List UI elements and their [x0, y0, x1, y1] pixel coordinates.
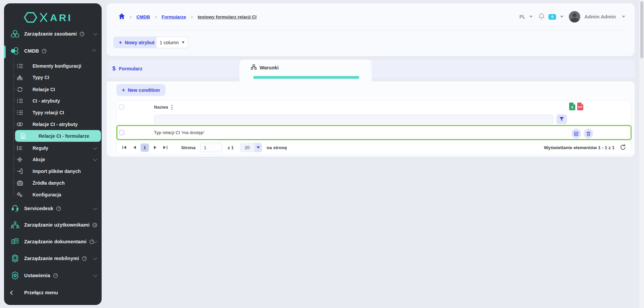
sidebar-item-label: Ustawienia [24, 273, 50, 278]
column-menu-icon[interactable] [169, 104, 174, 111]
next-page-button[interactable] [151, 143, 159, 151]
sidebar-item-relacje-ci-atrybuty[interactable]: Relacje CI - atrybuty [4, 119, 102, 130]
refresh-icon[interactable] [620, 144, 626, 151]
new-condition-label: New condition [128, 87, 160, 93]
breadcrumb-separator-icon: › [130, 14, 131, 19]
list-icon [16, 99, 23, 103]
sidebar-item-ustawienia[interactable]: Ustawienia [4, 270, 102, 281]
tab-formularz[interactable]: $ Formularz [107, 60, 239, 78]
chevron-down-icon[interactable] [529, 16, 533, 18]
grid-pager: 1 Strona z 1 20 na stronę Wyświetlanie e… [116, 140, 631, 155]
chevron-down-icon [93, 273, 97, 277]
table-row-highlighted[interactable]: Typ relacji CI 'ma dostęp' [116, 125, 632, 140]
new-condition-button[interactable]: + New condition [116, 84, 165, 96]
pdf-export-icon[interactable]: PDF [577, 103, 583, 112]
sidebar-item-label: Zarządzanie użytkownikami [24, 222, 90, 228]
chevron-down-icon [93, 256, 97, 260]
sidebar-item-label: Import plików danych [33, 169, 81, 174]
sidebar-item-ci-atrybuty[interactable]: CI - atrybuty [4, 95, 102, 107]
language-selector[interactable]: PL [519, 14, 525, 19]
dollar-icon: $ [112, 65, 115, 72]
previous-page-button[interactable] [130, 143, 139, 151]
sidebar-item-typy-relacji-ci[interactable]: Typy relacji CI [4, 107, 102, 118]
settings-gear-icon [10, 271, 20, 280]
new-attribute-label: Nowy atrybut [125, 40, 155, 45]
columns-select[interactable]: 1 column [156, 37, 188, 48]
sidebar-item-konfiguracja[interactable]: Konfiguracja [4, 189, 102, 200]
breadcrumb-link-formularze[interactable]: Formularze [162, 14, 186, 19]
sidebar-item-zarzadzanie-dokumentami[interactable]: Zarządzanie dokumentami [4, 236, 102, 247]
chevron-up-icon [92, 49, 96, 53]
last-page-button[interactable] [161, 143, 169, 151]
sidebar-item-label: Zarządzanie mobilnymi [24, 256, 79, 261]
content-card: + New condition Nazwa X PDF Typ relacji … [107, 81, 635, 157]
sidebar-item-relacje-ci[interactable]: Relacje CI [4, 84, 102, 95]
home-icon[interactable] [119, 13, 125, 20]
sidebar-item-zarzadzanie-uzytkownikami[interactable]: Zarządzanie użytkownikami [4, 219, 102, 231]
chevron-down-icon[interactable] [560, 16, 564, 18]
vertical-scrollbar[interactable] [639, 0, 644, 308]
sidebar-item-import-plikow-danych[interactable]: Import plików danych [4, 166, 102, 177]
scrollbar-thumb[interactable] [640, 1, 643, 58]
gauge-icon [53, 273, 58, 278]
bell-icon[interactable] [539, 13, 544, 21]
header-divider [116, 30, 625, 30]
excel-export-icon[interactable]: X [569, 103, 575, 112]
tabstrip: $ Formularz Warunki [107, 60, 635, 78]
sidebar-item-label: Elementy konfiguracji [33, 63, 81, 69]
topbar-right: PL 0 Admin Admin [519, 3, 625, 30]
notification-count-badge[interactable]: 0 [548, 14, 556, 20]
sidebar-item-label: Relacje CI [33, 87, 55, 92]
cmdb-hexagons-icon [10, 47, 20, 55]
select-all-checkbox[interactable] [119, 105, 124, 110]
first-page-button[interactable] [120, 143, 128, 151]
sync-arrows-icon [16, 87, 23, 92]
page-size-select[interactable]: 20 [240, 143, 262, 152]
avatar[interactable] [569, 11, 580, 22]
collapse-menu-button[interactable]: Przełącz menu [4, 287, 102, 298]
per-page-label: na stronę [267, 145, 287, 150]
breadcrumb-current: testowy formularz relacji CI [198, 14, 257, 19]
sidebar-item-zarzadzanie-mobilnymi[interactable]: Zarządzanie mobilnymi [4, 253, 102, 264]
plus-icon: + [119, 40, 122, 45]
assets-hexagons-icon [10, 30, 20, 38]
sidebar-item-cmdb[interactable]: CMDB [4, 45, 102, 57]
breadcrumb-link-cmdb[interactable]: CMDB [137, 14, 150, 19]
sidebar-item-zrodla-danych[interactable]: Źródła danych [4, 177, 102, 189]
collapse-menu-label: Przełącz menu [24, 290, 58, 295]
page-size-value: 20 [240, 145, 255, 150]
sidebar-item-elementy-konfiguracji[interactable]: Elementy konfiguracji [4, 60, 102, 72]
chevron-down-icon[interactable] [622, 16, 625, 18]
svg-text:PDF: PDF [578, 106, 583, 108]
sidebar-item-reguly[interactable]: Reguły [4, 142, 102, 154]
chevron-left-icon [10, 291, 14, 295]
sidebar-item-typy-ci[interactable]: Typy CI [4, 72, 102, 83]
sidebar-item-akcje[interactable]: Akcje [4, 154, 102, 165]
sidebar-item-label: Konfiguracja [33, 192, 61, 197]
page-of-label: z 1 [228, 145, 234, 150]
chevron-down-icon [182, 42, 184, 43]
sidebar-item-relacje-ci-formularze-selected[interactable]: Relacje CI - formularze [15, 130, 101, 142]
gauge-icon [82, 256, 87, 261]
nazwa-filter-input[interactable] [154, 115, 553, 124]
current-page-button[interactable]: 1 [141, 143, 149, 152]
pager-info: Wyświetlanie elementów 1 - 1 z 1 [544, 145, 614, 150]
sidebar-item-label: Akcje [33, 157, 45, 162]
svg-text:X: X [571, 106, 574, 109]
tab-warunki-active[interactable]: Warunki [239, 60, 372, 81]
sidebar-item-label: CI - atrybuty [33, 98, 60, 104]
oxari-logo: ARI [4, 11, 102, 25]
sidebar-item-servicedesk[interactable]: Servicedesk [4, 203, 102, 214]
new-attribute-button[interactable]: + Nowy atrybut [113, 37, 160, 48]
filter-button[interactable] [556, 114, 567, 124]
tab-label: Warunki [260, 65, 279, 70]
chevron-down-icon [93, 31, 97, 36]
link-icon [16, 122, 23, 126]
user-name[interactable]: Admin Admin [584, 14, 616, 19]
page-number-input[interactable] [200, 143, 222, 152]
sidebar: ARI Zarządzanie zasobami CMDB [4, 3, 102, 305]
row-checkbox[interactable] [119, 130, 124, 135]
sidebar-item-label: Servicedesk [24, 206, 53, 211]
sidebar-item-zarzadzanie-zasobami[interactable]: Zarządzanie zasobami [4, 28, 102, 40]
trash-icon [586, 131, 591, 136]
